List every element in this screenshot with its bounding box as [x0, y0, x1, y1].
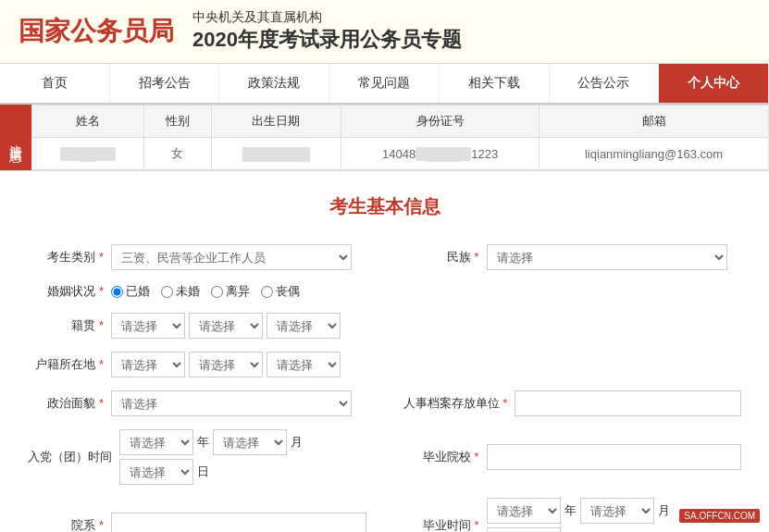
required-mark: * [99, 518, 104, 532]
nav-item-personal[interactable]: 个人中心 [659, 64, 769, 103]
native-control: 请选择 请选择 请选择 [111, 313, 366, 339]
radio-unmarried[interactable]: 未婚 [161, 283, 200, 300]
nationality-label: 民族 * [403, 249, 487, 266]
household-control: 请选择 请选择 请选择 [111, 352, 366, 377]
party-month-select[interactable]: 请选择 [213, 429, 287, 455]
department-input[interactable] [111, 513, 366, 532]
required-mark: * [99, 396, 104, 410]
form-row-empty1 [385, 277, 742, 306]
nationality-select[interactable]: 请选择 [487, 244, 727, 270]
header: 国家公务员局 中央机关及其直属机构 2020年度考试录用公务员专题 [0, 0, 769, 64]
col-header-idcard: 身份证号 [341, 105, 540, 138]
header-main-title: 2020年度考试录用公务员专题 [192, 26, 462, 54]
exam-type-label: 考生类别 * [28, 249, 111, 266]
exam-type-select[interactable]: 三资、民营等企业工作人员 [111, 244, 352, 270]
cell-birth: ████████ [211, 138, 341, 170]
cell-email: liqianmingliang@163.com [540, 138, 769, 170]
radio-widowed-input[interactable] [261, 286, 273, 298]
nav-item-home[interactable]: 首页 [0, 64, 110, 103]
footer-badge: SA.OFFCN.COM [679, 509, 760, 523]
radio-divorced[interactable]: 离异 [211, 283, 250, 300]
header-subtitle: 中央机关及其直属机构 [192, 9, 462, 26]
marital-control: 已婚 未婚 离异 丧偶 [111, 283, 366, 300]
form-row-graduate-school: 毕业院校 * [385, 423, 742, 491]
year-unit: 年 [197, 434, 209, 451]
nav-item-download[interactable]: 相关下载 [440, 64, 550, 103]
form-row-exam-type: 考生类别 * 三资、民营等企业工作人员 [28, 238, 385, 277]
nationality-control: 请选择 [487, 244, 742, 270]
exam-type-control: 三资、民营等企业工作人员 [111, 244, 366, 270]
grad-month-unit: 月 [658, 502, 670, 519]
native-label: 籍贯 * [28, 317, 111, 334]
native-select-3[interactable]: 请选择 [267, 313, 341, 339]
form-row-department: 院系 * [28, 491, 385, 532]
required-mark: * [474, 450, 478, 464]
form-row-empty3 [385, 345, 742, 384]
form-row-archive: 人事档案存放单位 * [385, 384, 742, 423]
content-area: 注册信息 姓名 性别 出生日期 身份证号 邮箱 ██ 女 ███ [0, 105, 769, 532]
nav-item-policy[interactable]: 政策法规 [219, 64, 329, 103]
archive-input[interactable] [515, 390, 741, 416]
reg-table: 姓名 性别 出生日期 身份证号 邮箱 ██ 女 ████████ 14048██… [31, 105, 769, 170]
household-select-2[interactable]: 请选择 [189, 352, 263, 377]
reg-section: 注册信息 姓名 性别 出生日期 身份证号 邮箱 ██ 女 ███ [0, 105, 769, 171]
grad-day-select[interactable]: 请选择 [487, 527, 561, 532]
required-mark: * [474, 518, 478, 532]
form-row-marital: 婚姻状况 * 已婚 未婚 离异 丧偶 [28, 277, 385, 306]
radio-married-input[interactable] [111, 286, 123, 298]
department-label: 院系 * [28, 517, 111, 532]
native-select-2[interactable]: 请选择 [189, 313, 263, 339]
form-section: 考生基本信息 考生类别 * 三资、民营等企业工作人员 民族 * [0, 180, 769, 532]
party-year-select[interactable]: 请选择 [119, 429, 193, 455]
household-select-3[interactable]: 请选择 [267, 352, 341, 377]
form-grid: 考生类别 * 三资、民营等企业工作人员 民族 * 请选择 [28, 238, 741, 532]
radio-divorced-input[interactable] [211, 286, 223, 298]
radio-married[interactable]: 已婚 [111, 283, 150, 300]
nav-bar: 首页 招考公告 政策法规 常见问题 相关下载 公告公示 个人中心 [0, 64, 769, 105]
political-select[interactable]: 请选择 [111, 390, 352, 416]
archive-control [515, 390, 741, 416]
cell-idcard: 14048████1223 [341, 138, 540, 170]
col-header-name: 姓名 [32, 105, 144, 138]
reg-table-wrap: 姓名 性别 出生日期 身份证号 邮箱 ██ 女 ████████ 14048██… [31, 105, 769, 170]
cell-name: ██ [32, 138, 144, 170]
radio-widowed[interactable]: 丧偶 [261, 283, 300, 300]
col-header-gender: 性别 [144, 105, 212, 138]
department-control [111, 513, 366, 532]
form-row-household: 户籍所在地 * 请选择 请选择 请选择 [28, 345, 385, 384]
household-select-1[interactable]: 请选择 [111, 352, 185, 377]
grad-year-select[interactable]: 请选择 [487, 498, 561, 524]
day-unit: 日 [197, 464, 209, 480]
nav-item-announcement[interactable]: 招考公告 [110, 64, 220, 103]
reg-section-label: 注册信息 [0, 105, 31, 170]
political-control: 请选择 [111, 390, 366, 416]
household-label: 户籍所在地 * [28, 356, 111, 373]
required-mark: * [99, 318, 104, 332]
grad-month-select[interactable]: 请选择 [580, 498, 654, 524]
party-time-label: 入党（团）时间 [28, 449, 119, 465]
nav-item-faq[interactable]: 常见问题 [329, 64, 440, 103]
site-logo: 国家公务员局 [19, 14, 174, 49]
month-unit: 月 [291, 434, 303, 451]
graduate-school-input[interactable] [487, 444, 742, 470]
required-mark: * [99, 284, 104, 298]
required-mark: * [502, 396, 507, 410]
form-row-nationality: 民族 * 请选择 [385, 238, 742, 277]
native-select-1[interactable]: 请选择 [111, 313, 185, 339]
form-row-political: 政治面貌 * 请选择 [28, 384, 385, 423]
party-day-select[interactable]: 请选择 [119, 459, 193, 485]
marital-label: 婚姻状况 * [28, 283, 111, 300]
table-row: ██ 女 ████████ 14048████1223 liqianmingli… [32, 138, 769, 170]
radio-unmarried-input[interactable] [161, 286, 173, 298]
nav-item-notice[interactable]: 公告公示 [550, 64, 660, 103]
graduate-school-control [487, 444, 742, 470]
form-row-empty2 [385, 306, 742, 345]
required-mark: * [474, 250, 478, 264]
party-time-control: 请选择 年 请选择 月 请选择 日 [119, 429, 366, 485]
grad-time-label: 毕业时间 * [403, 517, 487, 532]
grad-year-unit: 年 [564, 502, 577, 519]
political-label: 政治面貌 * [28, 395, 111, 412]
required-mark: * [99, 250, 104, 264]
cell-gender: 女 [144, 138, 212, 170]
archive-label: 人事档案存放单位 * [403, 395, 515, 412]
